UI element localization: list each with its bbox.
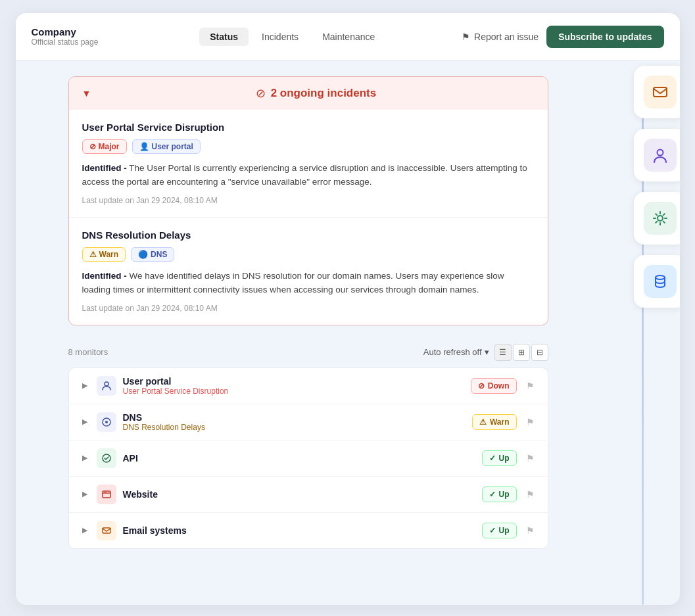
svg-rect-7 (103, 528, 110, 533)
monitor-name: API (123, 453, 475, 463)
monitor-info-website: Website (123, 489, 475, 500)
monitors-count: 8 monitors (68, 347, 108, 357)
svg-point-10 (658, 216, 663, 221)
svg-point-2 (105, 421, 108, 423)
svg-point-5 (103, 491, 104, 492)
content-area: ▼ ⊘ 2 ongoing incidents User Portal Serv… (68, 76, 548, 549)
monitor-name: Email systems (123, 525, 475, 536)
up-icon: ✓ (489, 454, 496, 463)
expand-button[interactable]: ▶ (80, 454, 90, 462)
svg-rect-8 (654, 87, 667, 97)
incident-1-tags: ⊘ Major 👤 User portal (82, 139, 535, 154)
monitor-info-api: API (123, 453, 475, 463)
down-icon: ⊘ (478, 381, 485, 391)
incident-item-1: User Portal Service Disruption ⊘ Major 👤… (69, 110, 548, 218)
incident-item-2: DNS Resolution Delays ⚠ Warn 🔵 DNS Ident… (69, 218, 548, 325)
incident-2-description: Identified - We have identified delays i… (82, 270, 535, 297)
tag-user-portal: 👤 User portal (132, 139, 201, 154)
incident-title-row: ⊘ 2 ongoing incidents (97, 86, 534, 101)
monitor-controls: Auto refresh off ▾ ☰ ⊞ ⊟ (423, 344, 548, 361)
expand-button[interactable]: ▶ (80, 490, 90, 498)
up-icon: ✓ (489, 526, 496, 535)
view-compact-icon[interactable]: ⊟ (531, 344, 548, 361)
svg-point-0 (105, 382, 108, 386)
brand: Company Official status page (32, 26, 124, 47)
incident-2-tags: ⚠ Warn 🔵 DNS (82, 247, 535, 262)
nav-maintenance[interactable]: Maintenance (312, 28, 385, 46)
monitor-row: ▶ API ✓ Up ⚑ (69, 440, 548, 477)
monitor-icon-portal (97, 376, 116, 396)
incident-count-text: 2 ongoing incidents (271, 87, 377, 100)
status-badge-down: ⊘ Down (471, 378, 517, 394)
sidebar-card-db (634, 255, 680, 308)
settings-sidebar-icon (644, 202, 677, 235)
svg-point-6 (105, 491, 106, 492)
flag-button[interactable]: ⚑ (523, 417, 537, 427)
chevron-down-icon: ▾ (485, 347, 489, 357)
incident-1-time: Last update on Jan 29 2024, 08:10 AM (82, 196, 535, 205)
header: Company Official status page Status Inci… (16, 13, 680, 60)
monitor-info-dns: DNS DNS Resolution Delays (123, 412, 466, 432)
up-icon: ✓ (489, 490, 496, 499)
view-list-icon[interactable]: ☰ (494, 344, 512, 361)
monitor-row: ▶ User portal User Portal Service Disrup… (69, 368, 548, 404)
monitor-list: ▶ User portal User Portal Service Disrup… (68, 367, 548, 549)
monitor-row: ▶ DNS DNS Resolution Delays ⚠ Warn ⚑ (69, 404, 548, 440)
tag-major: ⊘ Major (82, 139, 127, 154)
view-grid-icon[interactable]: ⊞ (513, 344, 530, 361)
report-issue-label: Report an issue (474, 32, 539, 42)
email-sidebar-icon (644, 76, 677, 108)
incident-warning-icon: ⊘ (256, 86, 266, 101)
brand-subtitle: Official status page (32, 37, 124, 47)
flag-button[interactable]: ⚑ (523, 453, 537, 463)
portal-icon: 👤 (139, 142, 149, 151)
monitor-icon-api (97, 448, 116, 468)
monitor-sub-warn: DNS Resolution Delays (123, 423, 466, 432)
warn-icon: ⚠ (89, 250, 97, 259)
monitor-icon-email (97, 521, 116, 540)
status-badge-warn: ⚠ Warn (472, 414, 517, 430)
incident-1-description: Identified - The User Portal is currentl… (82, 162, 535, 189)
monitor-sub: User Portal Service Disruption (123, 387, 464, 396)
subscribe-button[interactable]: Subscribe to updates (546, 26, 663, 48)
nav-status[interactable]: Status (199, 28, 249, 46)
monitor-row: ▶ Website ✓ Up ⚑ (69, 477, 548, 513)
right-sidebar (634, 66, 680, 308)
flag-button[interactable]: ⚑ (523, 489, 537, 500)
monitor-info-email: Email systems (123, 525, 475, 536)
sidebar-card-email (634, 66, 680, 118)
monitors-header: 8 monitors Auto refresh off ▾ ☰ ⊞ ⊟ (68, 344, 548, 361)
brand-name: Company (32, 26, 124, 37)
monitor-name: Website (123, 489, 475, 500)
flag-button[interactable]: ⚑ (523, 525, 537, 536)
dns-icon: 🔵 (138, 250, 148, 259)
tag-warn: ⚠ Warn (82, 247, 126, 262)
nav-incidents[interactable]: Incidents (251, 28, 309, 46)
status-badge-up: ✓ Up (482, 523, 517, 538)
incident-box: ▼ ⊘ 2 ongoing incidents User Portal Serv… (68, 76, 548, 325)
db-sidebar-icon (644, 265, 677, 298)
expand-button[interactable]: ▶ (80, 526, 90, 534)
main-nav: Status Incidents Maintenance (124, 28, 462, 46)
view-icons: ☰ ⊞ ⊟ (494, 344, 548, 361)
auto-refresh-label: Auto refresh off (423, 347, 482, 357)
user-sidebar-icon (644, 139, 677, 172)
collapse-button[interactable]: ▼ (82, 88, 91, 99)
expand-button[interactable]: ▶ (80, 381, 90, 390)
svg-point-11 (656, 275, 665, 279)
expand-button[interactable]: ▶ (80, 417, 90, 426)
flag-icon: ⚑ (462, 32, 470, 42)
report-issue-link[interactable]: ⚑ Report an issue (462, 32, 539, 42)
incident-2-time: Last update on Jan 29 2024, 08:10 AM (82, 304, 535, 313)
svg-point-9 (657, 150, 663, 156)
monitor-name: User portal (123, 376, 464, 387)
monitor-icon-dns (97, 412, 116, 432)
tag-dns: 🔵 DNS (131, 247, 174, 262)
monitor-row: ▶ Email systems ✓ Up ⚑ (69, 513, 548, 548)
auto-refresh-button[interactable]: Auto refresh off ▾ (423, 347, 489, 357)
incident-header: ▼ ⊘ 2 ongoing incidents (69, 77, 548, 110)
flag-button[interactable]: ⚑ (523, 381, 537, 391)
incident-2-title: DNS Resolution Delays (82, 229, 535, 241)
incident-1-title: User Portal Service Disruption (82, 122, 535, 133)
status-badge-up: ✓ Up (482, 486, 517, 502)
